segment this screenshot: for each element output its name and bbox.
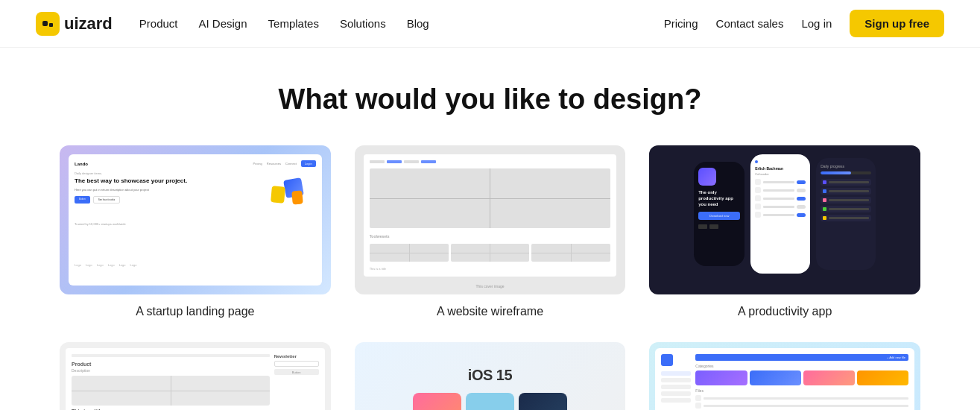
wf-grid [370, 244, 611, 262]
shape-orange [291, 190, 303, 204]
card-blog-template[interactable]: Product Description This is a title News… [60, 342, 331, 410]
wf-nav-blog [421, 160, 436, 163]
dash-file-text-2 [704, 405, 908, 407]
logo-p3: Logo [97, 263, 104, 267]
nav-link-pricing[interactable]: Pricing [664, 17, 698, 30]
startup-nav-cta: Login [301, 160, 316, 167]
dash-files: Files [695, 388, 908, 393]
dash-card-orange [857, 370, 908, 385]
main-content: What would you like to design? Lando Pri… [0, 48, 980, 410]
dash-file-rows [695, 395, 908, 410]
nav-link-solutions[interactable]: Solutions [340, 17, 386, 30]
design-grid: Lando Pricing Resources Connect Login Da… [60, 145, 920, 410]
signup-button[interactable]: Sign up free [850, 10, 944, 37]
startup-btn2: See how it works [93, 196, 121, 204]
dash-logo-small [661, 354, 673, 366]
blog-inner: Product Description This is a title News… [66, 348, 325, 410]
ph-logo-1 [698, 224, 707, 229]
wf-grid-2 [451, 244, 530, 262]
logo[interactable]: uizard [36, 12, 113, 36]
logo-p2: Logo [86, 263, 92, 267]
nav-right: Pricing Contact sales Log in Sign up fre… [664, 10, 944, 37]
logo-p6: Logo [130, 263, 137, 267]
startup-nav: Lando Pricing Resources Connect Login [75, 160, 316, 167]
dash-cats: Categories [695, 364, 908, 368]
card-startup-landing[interactable]: Lando Pricing Resources Connect Login Da… [60, 145, 331, 318]
pl-row-5 [755, 212, 806, 218]
pr-task-text-2 [829, 190, 869, 192]
dash-sidebar [661, 354, 691, 410]
pl-status [755, 160, 806, 163]
startup-hero: Daily designer items. The best way to sh… [75, 171, 316, 216]
pr-progress [821, 171, 871, 174]
wireframe-preview: Toolwesets [355, 145, 626, 294]
logo-icon [36, 12, 60, 36]
pr-header: Daily progress [821, 164, 871, 168]
pr-task-4 [821, 206, 871, 212]
card-productivity-app[interactable]: The only productivity app you need Downl… [649, 145, 920, 318]
dash-nav-1 [661, 371, 691, 376]
ios-title: iOS 15 [468, 367, 512, 384]
login-button[interactable]: Log in [801, 17, 832, 30]
pl-row-toggle-3 [797, 197, 806, 201]
nav-link-contact-sales[interactable]: Contact sales [716, 17, 784, 30]
wf-grid-1 [370, 244, 449, 262]
startup-preview: Lando Pricing Resources Connect Login Da… [60, 145, 331, 294]
pl-row-text-1 [763, 181, 794, 183]
ph-logos [698, 224, 740, 229]
blog-thumb-y [171, 376, 171, 406]
card-label-productivity: A productivity app [649, 305, 920, 318]
card-website-wireframe[interactable]: Toolwesets [355, 145, 626, 318]
logo-p1: Logo [75, 263, 81, 267]
nav-link-templates[interactable]: Templates [268, 17, 319, 30]
pl-row-text-2 [763, 189, 794, 192]
phone-light: Erlich Bachman Cofounder [750, 154, 810, 274]
startup-headline: The best way to showcase your project. [75, 177, 267, 185]
card-ios15[interactable]: iOS 15 Find House in the Day New York [355, 342, 626, 410]
card-image-dashboard: + Add new file Categories Files [649, 342, 920, 410]
dash-cards-row [695, 370, 908, 385]
blog-sub-btn: Button [274, 369, 319, 375]
dash-file-row-1 [695, 395, 908, 401]
dash-nav-5 [661, 398, 691, 403]
nav-link-blog[interactable]: Blog [407, 17, 429, 30]
dashboard-preview: + Add new file Categories Files [649, 342, 920, 410]
card-dashboard[interactable]: + Add new file Categories Files [649, 342, 920, 410]
pr-task-1 [821, 179, 871, 186]
page-title: What would you like to design? [60, 83, 920, 116]
dash-card-purple [695, 370, 747, 385]
dash-nav-2 [661, 378, 691, 382]
shape-yellow [271, 186, 285, 203]
blog-preview: Product Description This is a title News… [60, 342, 331, 410]
pl-row-text-4 [763, 206, 794, 208]
pl-row-toggle-2 [797, 189, 806, 192]
pr-task-text-4 [829, 208, 869, 210]
wf-grid-x2 [451, 244, 530, 262]
pr-task-5 [821, 215, 871, 221]
dash-inner: + Add new file Categories Files [655, 348, 914, 410]
nav-link-product[interactable]: Product [139, 17, 178, 30]
wf-grid-x3 [531, 244, 610, 262]
phone-right: Daily progress [816, 158, 876, 270]
card-image-ios: iOS 15 Find House in the Day New York [355, 342, 626, 410]
pl-row-3 [755, 195, 806, 201]
blog-product: Product [72, 362, 270, 367]
pl-rows [755, 179, 806, 218]
wf-nav-product [387, 160, 402, 163]
wf-grid-x1 [370, 244, 449, 262]
startup-btns: Button See how it works [75, 196, 267, 204]
ios-screen-1: Find House in the Day [413, 393, 461, 411]
nav-link-ai-design[interactable]: AI Design [199, 17, 247, 30]
pl-row-4 [755, 204, 806, 209]
dash-card-pink [803, 370, 855, 385]
pl-role: Cofounder [755, 172, 806, 176]
blog-input-box [274, 361, 319, 367]
dash-main: + Add new file Categories Files [695, 354, 908, 410]
pl-row-toggle-1 [797, 180, 806, 184]
wf-page: Toolwesets [364, 154, 617, 277]
pr-task-text-1 [829, 181, 869, 183]
svg-rect-0 [42, 21, 48, 26]
dash-file-icon-2 [695, 403, 701, 409]
blog-nav2 [72, 354, 270, 357]
pr-tasks [821, 179, 871, 221]
